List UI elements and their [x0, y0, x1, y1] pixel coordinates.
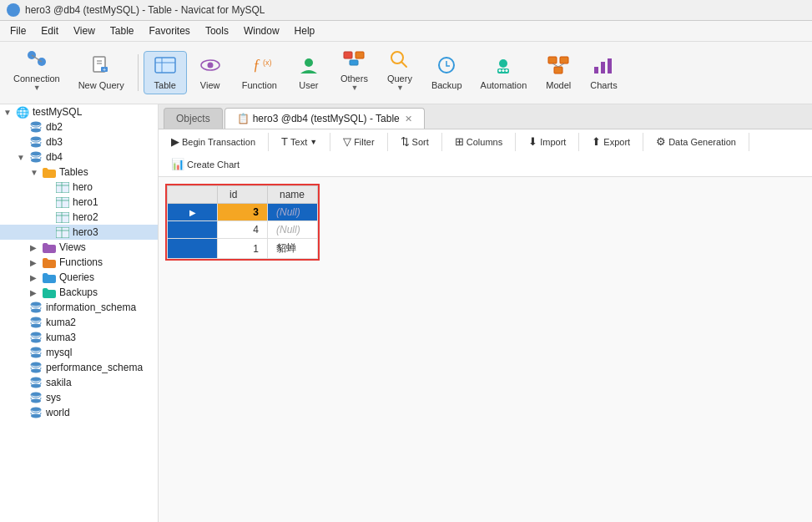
table-row-2[interactable]: 1貂蝉 — [168, 239, 318, 259]
sidebar-item-views[interactable]: ▶Views — [0, 240, 158, 255]
others-icon — [342, 48, 366, 72]
sidebar-item-functions[interactable]: ▶Functions — [0, 255, 158, 270]
create-chart-btn-label: Create Chart — [187, 160, 240, 170]
sidebar-item-tables[interactable]: ▼Tables — [0, 165, 158, 180]
sidebar-item-performance_schema[interactable]: performance_schema — [0, 360, 158, 375]
toolbar-btn-user[interactable]: User — [287, 52, 330, 94]
tree-label-sakila: sakila — [46, 377, 72, 388]
menu-item-file[interactable]: File — [3, 23, 33, 39]
obj-sep-3 — [387, 133, 388, 151]
menu-item-view[interactable]: View — [67, 23, 102, 39]
svg-point-25 — [502, 69, 505, 72]
toolbar-btn-new-query[interactable]: +New Query — [70, 52, 133, 94]
tree-arrow-functions: ▶ — [30, 258, 42, 267]
toolbar-btn-query[interactable]: Query▼ — [378, 45, 421, 100]
obj-btn-columns[interactable]: ⊞Columns — [447, 132, 510, 151]
sidebar-item-sys[interactable]: sys — [0, 390, 158, 405]
row-indicator-2 — [168, 239, 218, 259]
col-id: id — [218, 186, 268, 204]
obj-btn-begin-transaction[interactable]: ▶Begin Transaction — [164, 132, 263, 151]
charts-icon — [592, 55, 615, 79]
toolbar-btn-charts[interactable]: Charts — [582, 52, 625, 94]
sidebar-item-kuma2[interactable]: kuma2 — [0, 315, 158, 330]
toolbar-btn-automation[interactable]: Automation — [472, 52, 536, 94]
title-text: hero3 @db4 (testMySQL) - Table - Navicat… — [25, 4, 265, 16]
table-row-1[interactable]: 4(Null) — [168, 221, 318, 239]
view-icon — [199, 55, 222, 79]
sidebar-item-kuma3[interactable]: kuma3 — [0, 330, 158, 345]
sort-btn-label: Sort — [412, 137, 429, 147]
obj-btn-filter[interactable]: ▽Filter — [335, 132, 381, 151]
cell-name-0[interactable]: (Null) — [268, 204, 318, 221]
sidebar-item-sakila[interactable]: sakila — [0, 375, 158, 390]
sidebar-item-db2[interactable]: db2 — [0, 119, 158, 134]
table-row-0[interactable]: ▶3(Null) — [168, 204, 318, 221]
obj-btn-data-generation[interactable]: ⚙Data Generation — [648, 132, 744, 151]
svg-point-57 — [31, 332, 41, 337]
toolbar-btn-function[interactable]: ƒ(x)Function — [234, 52, 285, 94]
obj-btn-create-chart[interactable]: 📊Create Chart — [164, 155, 247, 174]
database-icon — [28, 136, 43, 148]
database-icon — [28, 347, 43, 358]
sidebar-item-mysql[interactable]: mysql — [0, 345, 158, 360]
cell-name-2[interactable]: 貂蝉 — [268, 239, 318, 259]
sidebar-item-hero2[interactable]: hero2 — [0, 210, 158, 225]
title-bar: hero3 @db4 (testMySQL) - Table - Navicat… — [0, 0, 812, 21]
export-btn-icon: ⬆ — [592, 135, 601, 148]
toolbar-btn-table[interactable]: Table — [144, 51, 187, 94]
sidebar-item-db4[interactable]: ▼db4 — [0, 150, 158, 165]
obj-sep-4 — [441, 133, 442, 151]
toolbar-btn-others[interactable]: Others▼ — [332, 45, 376, 100]
sidebar-item-testMySQL[interactable]: ▼🌐testMySQL — [0, 104, 158, 119]
sidebar: ▼🌐testMySQLdb2db3▼db4▼Tablesherohero1her… — [0, 104, 159, 522]
menu-item-help[interactable]: Help — [288, 23, 322, 39]
svg-rect-50 — [56, 227, 69, 238]
menu-item-window[interactable]: Window — [237, 23, 286, 39]
cell-id-1[interactable]: 4 — [218, 221, 268, 239]
sidebar-item-backups[interactable]: ▶Backups — [0, 285, 158, 300]
export-btn-label: Export — [603, 137, 630, 147]
tab-objects[interactable]: Objects — [164, 108, 223, 129]
toolbar-btn-view[interactable]: View — [189, 52, 232, 94]
sidebar-item-information_schema[interactable]: information_schema — [0, 300, 158, 315]
table-icon — [154, 55, 177, 79]
sidebar-item-db3[interactable]: db3 — [0, 134, 158, 150]
tab-close-hero3-table[interactable]: ✕ — [405, 114, 412, 124]
svg-line-20 — [401, 62, 406, 67]
tree-label-testMySQL: testMySQL — [33, 106, 82, 118]
toolbar-btn-label-automation: Automation — [481, 80, 527, 90]
sidebar-item-hero1[interactable]: hero1 — [0, 195, 158, 210]
tab-hero3-table[interactable]: 📋hero3 @db4 (testMySQL) - Table✕ — [224, 108, 425, 129]
sidebar-item-hero3[interactable]: hero3 — [0, 225, 158, 240]
tree-arrow-db4: ▼ — [17, 153, 28, 162]
folder-icon-queries — [42, 271, 57, 283]
database-icon — [28, 317, 43, 328]
cell-name-1[interactable]: (Null) — [268, 221, 318, 239]
tree-label-mysql: mysql — [46, 347, 72, 358]
menu-item-tools[interactable]: Tools — [199, 23, 235, 39]
obj-btn-text[interactable]: TText▼ — [274, 132, 325, 151]
content-area: Objects📋hero3 @db4 (testMySQL) - Table✕ … — [159, 104, 812, 522]
tree-arrow-tables: ▼ — [30, 168, 42, 177]
menu-item-favorites[interactable]: Favorites — [143, 23, 197, 39]
sidebar-item-world[interactable]: world — [0, 405, 158, 420]
svg-rect-41 — [56, 182, 69, 193]
tree-label-views: Views — [59, 241, 86, 253]
obj-btn-export[interactable]: ⬆Export — [584, 132, 638, 151]
tree-label-hero3: hero3 — [73, 226, 98, 238]
sidebar-item-hero[interactable]: hero — [0, 180, 158, 195]
obj-btn-sort[interactable]: ⇅Sort — [393, 132, 436, 151]
cell-id-0[interactable]: 3 — [218, 204, 268, 221]
cell-id-2[interactable]: 1 — [218, 239, 268, 259]
svg-rect-47 — [56, 212, 69, 223]
obj-btn-import[interactable]: ⬇Import — [521, 132, 573, 151]
toolbar-btn-backup[interactable]: Backup — [423, 52, 471, 94]
tree-label-hero1: hero1 — [73, 196, 98, 208]
toolbar-btn-connection[interactable]: Connection▼ — [5, 45, 68, 100]
filter-btn-icon: ▽ — [343, 135, 351, 148]
sidebar-item-queries[interactable]: ▶Queries — [0, 270, 158, 285]
menu-item-edit[interactable]: Edit — [34, 23, 65, 39]
toolbar-btn-model[interactable]: Model — [537, 52, 580, 94]
data-table: id name ▶3(Null)4(Null)1貂蝉 — [167, 185, 318, 259]
menu-item-table[interactable]: Table — [103, 23, 141, 39]
